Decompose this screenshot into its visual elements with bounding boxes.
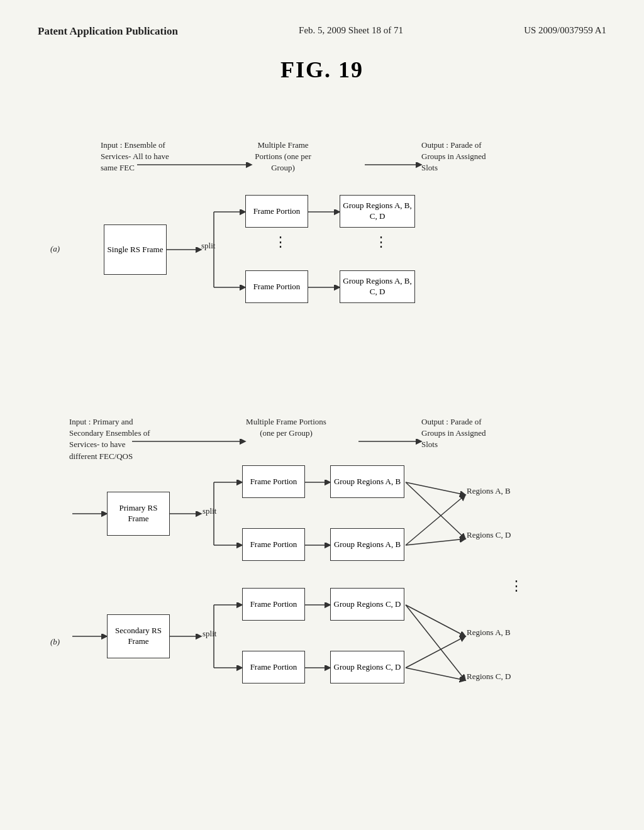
section-a-middle-label: Multiple Frame Portions (one per Group) xyxy=(245,140,321,174)
gr-p2-box: Group Regions A, B xyxy=(330,528,404,561)
regions-cd2: Regions C, D xyxy=(467,671,511,682)
header-center: Feb. 5, 2009 Sheet 18 of 71 xyxy=(299,25,403,38)
fig-title: FIG. 19 xyxy=(0,57,644,83)
section-b-split1: split xyxy=(203,506,216,517)
section-a: Input : Ensemble of Services- All to hav… xyxy=(31,102,613,366)
section-b-output-label: Output : Parade of Groups in Assigned Sl… xyxy=(421,416,503,451)
svg-line-32 xyxy=(406,605,465,636)
regions-cd1: Regions C, D xyxy=(467,529,511,541)
gr-s2-box: Group Regions C, D xyxy=(330,651,404,683)
primary-rs-frame-box: Primary RS Frame xyxy=(107,492,170,536)
section-b-dots-right: ⋮ xyxy=(509,577,523,596)
section-a-label: (a) xyxy=(50,243,60,255)
svg-line-29 xyxy=(406,482,465,539)
single-rs-frame-box: Single RS Frame xyxy=(104,224,167,275)
section-a-dots-fp: ⋮ xyxy=(274,233,287,252)
section-a-dots-gr: ⋮ xyxy=(374,233,388,252)
gr-s1-box: Group Regions C, D xyxy=(330,588,404,621)
diagram-area: Input : Ensemble of Services- All to hav… xyxy=(0,102,644,731)
section-a-input-label: Input : Ensemble of Services- All to hav… xyxy=(101,140,182,174)
svg-line-30 xyxy=(406,495,465,545)
section-a-group-regions-bottom: Group Regions A, B, C, D xyxy=(340,270,415,303)
fp-s1-box: Frame Portion xyxy=(242,588,305,621)
svg-line-34 xyxy=(406,636,465,668)
section-a-frame-portion-bottom: Frame Portion xyxy=(245,270,308,303)
svg-line-28 xyxy=(406,482,465,495)
fp-p2-box: Frame Portion xyxy=(242,528,305,561)
fp-p1-box: Frame Portion xyxy=(242,465,305,498)
header-left: Patent Application Publication xyxy=(38,25,178,38)
section-b-split2: split xyxy=(203,628,216,639)
regions-ab1: Regions A, B xyxy=(467,485,511,497)
section-b-middle-label: Multiple Frame Portions (one per Group) xyxy=(245,416,327,439)
secondary-rs-frame-box: Secondary RS Frame xyxy=(107,614,170,658)
page-header: Patent Application Publication Feb. 5, 2… xyxy=(0,0,644,50)
svg-line-35 xyxy=(406,668,465,680)
fp-s2-box: Frame Portion xyxy=(242,651,305,683)
section-b-label: (b) xyxy=(50,636,60,648)
section-a-split: split xyxy=(201,240,215,252)
gr-p1-box: Group Regions A, B xyxy=(330,465,404,498)
section-a-frame-portion-top: Frame Portion xyxy=(245,195,308,228)
section-b-input-label: Input : Primary and Secondary Ensembles … xyxy=(69,416,151,462)
regions-ab2: Regions A, B xyxy=(467,627,511,638)
section-b: Input : Primary and Secondary Ensembles … xyxy=(31,391,613,731)
section-a-group-regions-top: Group Regions A, B, C, D xyxy=(340,195,415,228)
svg-line-33 xyxy=(406,605,465,680)
section-a-output-label: Output : Parade of Groups in Assigned Sl… xyxy=(421,140,497,174)
header-right: US 2009/0037959 A1 xyxy=(524,25,606,38)
svg-line-31 xyxy=(406,539,465,545)
